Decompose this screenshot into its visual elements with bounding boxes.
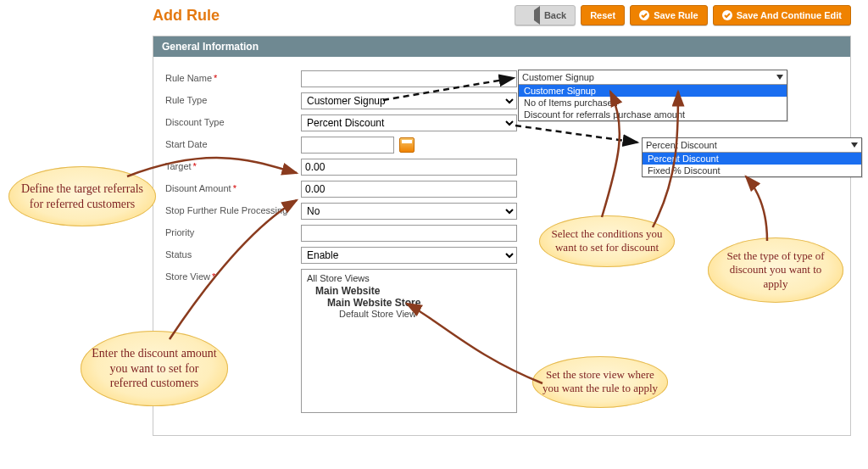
- label-discount-type: Discount Type: [165, 114, 301, 127]
- check-icon: [639, 10, 649, 20]
- page-title: Add Rule: [153, 7, 220, 25]
- calendar-icon[interactable]: [399, 137, 415, 153]
- row-priority: Priority: [165, 225, 838, 242]
- store-view-listbox[interactable]: All Store Views Main Website Main Websit…: [301, 269, 517, 413]
- callout-amount: Enter the discount amount you want to se…: [81, 331, 228, 406]
- label-priority: Priority: [165, 225, 301, 237]
- back-icon: [524, 6, 540, 25]
- reset-button[interactable]: Reset: [581, 5, 625, 25]
- reset-label: Reset: [590, 10, 615, 20]
- callout-conditions: Select the conditions you want to set fo…: [539, 215, 675, 267]
- back-button[interactable]: Back: [515, 5, 576, 25]
- callout-target: Define the target referrals for referred…: [8, 166, 156, 226]
- dropdown-header-label: Customer Signup: [522, 72, 594, 82]
- back-label: Back: [544, 10, 566, 20]
- list-item[interactable]: Main Website: [315, 285, 511, 297]
- dropdown-option[interactable]: Discount for referrals purchase amount: [519, 109, 787, 120]
- label-discount-amount: Disount Amount*: [165, 181, 301, 193]
- required-icon: *: [214, 73, 217, 83]
- required-icon: *: [212, 271, 215, 282]
- label-target: Target*: [165, 159, 301, 171]
- status-select[interactable]: Enable: [301, 247, 517, 264]
- rule-name-input[interactable]: [301, 70, 517, 87]
- page: { "header": { "title": "Add Rule", "back…: [0, 0, 868, 469]
- header-buttons: Back Reset Save Rule Save And Continue E…: [515, 5, 851, 25]
- stop-further-select[interactable]: No: [301, 203, 517, 220]
- row-discount-amount: Disount Amount*: [165, 181, 838, 198]
- dropdown-header[interactable]: Percent Discount: [643, 138, 861, 153]
- save-continue-label: Save And Continue Edit: [737, 10, 842, 20]
- label-rule-name: Rule Name*: [165, 70, 301, 83]
- label-stop-further: Stop Further Rule Processing: [165, 203, 301, 215]
- label-store-view: Store View*: [165, 269, 301, 282]
- list-item[interactable]: Main Website Store: [327, 297, 511, 309]
- chevron-down-icon: [851, 142, 858, 148]
- save-continue-button[interactable]: Save And Continue Edit: [713, 5, 851, 25]
- section-title: General Information: [153, 36, 850, 57]
- row-stop-further: Stop Further Rule Processing No: [165, 203, 838, 220]
- save-label: Save Rule: [654, 10, 698, 20]
- discount-type-dropdown-panel[interactable]: Percent Discount Percent Discount Fixed …: [642, 137, 862, 177]
- discount-type-select[interactable]: Percent Discount: [301, 114, 517, 131]
- dropdown-header[interactable]: Customer Signup: [519, 70, 787, 85]
- rule-type-dropdown-panel[interactable]: Customer Signup Customer Signup No of It…: [518, 70, 787, 121]
- page-header: Add Rule Back Reset Save Rule Save And C…: [0, 0, 868, 25]
- required-icon: *: [193, 161, 197, 171]
- start-date-input[interactable]: [301, 137, 394, 154]
- priority-input[interactable]: [301, 225, 517, 242]
- list-item[interactable]: All Store Views: [307, 273, 511, 283]
- dropdown-option[interactable]: Customer Signup: [519, 85, 787, 97]
- required-icon: *: [233, 183, 236, 193]
- dropdown-option[interactable]: Fixed % Discount: [643, 165, 861, 176]
- rule-type-select[interactable]: Customer Signup: [301, 92, 517, 109]
- callout-discount-type: Set the type of type of discount you wan…: [708, 237, 843, 303]
- save-button[interactable]: Save Rule: [630, 5, 708, 25]
- dropdown-option[interactable]: Percent Discount: [643, 153, 861, 165]
- list-item[interactable]: Default Store View: [339, 309, 511, 319]
- target-input[interactable]: [301, 159, 517, 176]
- discount-amount-input[interactable]: [301, 181, 517, 198]
- callout-store: Set the store view where you want the ru…: [532, 356, 668, 408]
- check-icon: [722, 10, 732, 20]
- chevron-down-icon: [776, 75, 783, 80]
- label-start-date: Start Date: [165, 137, 301, 149]
- label-status: Status: [165, 247, 301, 260]
- dropdown-option[interactable]: No of Items purchased: [519, 97, 787, 109]
- dropdown-header-label: Percent Discount: [646, 140, 717, 150]
- label-rule-type: Rule Type: [165, 92, 301, 105]
